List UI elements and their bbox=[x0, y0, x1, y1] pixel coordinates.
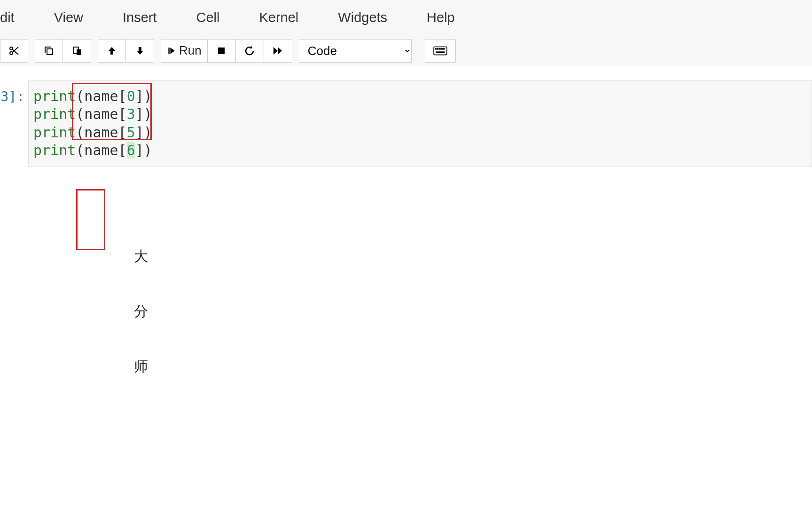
notebook-area: 3]: print(name[0]) print(name[3]) print(… bbox=[0, 66, 812, 508]
fast-forward-icon bbox=[272, 45, 283, 56]
move-up-button[interactable] bbox=[98, 39, 126, 63]
code-line-2: print(name[3]) bbox=[33, 105, 807, 123]
restart-button[interactable] bbox=[236, 39, 264, 63]
run-label: Run bbox=[179, 43, 202, 58]
menu-insert[interactable]: Insert bbox=[103, 10, 177, 25]
svg-rect-10 bbox=[441, 48, 442, 49]
paste-icon bbox=[71, 45, 83, 56]
svg-rect-2 bbox=[47, 49, 53, 55]
svg-point-1 bbox=[10, 52, 13, 55]
menu-view[interactable]: View bbox=[34, 10, 103, 25]
menu-help[interactable]: Help bbox=[407, 10, 475, 25]
menu-widgets[interactable]: Widgets bbox=[318, 10, 407, 25]
restart-icon bbox=[244, 45, 255, 56]
restart-run-all-button[interactable] bbox=[264, 39, 292, 63]
cut-button[interactable] bbox=[0, 39, 28, 63]
menu-bar: dit View Insert Cell Kernel Widgets Help bbox=[0, 0, 812, 35]
stop-icon bbox=[216, 45, 227, 56]
arrow-up-icon bbox=[106, 45, 117, 56]
toolbar: Run Code bbox=[0, 35, 812, 66]
play-step-icon bbox=[167, 46, 176, 56]
code-input[interactable]: print(name[0]) print(name[3]) print(name… bbox=[28, 80, 812, 167]
svg-rect-9 bbox=[439, 48, 440, 49]
svg-rect-5 bbox=[218, 48, 225, 54]
input-prompt: 3]: bbox=[0, 80, 28, 104]
scissors-icon bbox=[8, 45, 20, 56]
command-palette-button[interactable] bbox=[425, 39, 456, 63]
code-line-4: print(name[6]) bbox=[33, 142, 807, 159]
svg-rect-4 bbox=[77, 50, 81, 55]
menu-kernel[interactable]: Kernel bbox=[239, 10, 318, 25]
svg-point-0 bbox=[10, 47, 13, 50]
cell-type-select[interactable]: Code bbox=[299, 39, 412, 63]
code-line-3: print(name[5]) bbox=[33, 124, 807, 142]
arrow-down-icon bbox=[134, 45, 146, 56]
cell-output: 大 分 师 ----------------------------------… bbox=[45, 167, 812, 508]
copy-button[interactable] bbox=[35, 39, 63, 63]
menu-edit[interactable]: dit bbox=[0, 10, 34, 25]
svg-rect-11 bbox=[443, 48, 444, 49]
paste-button[interactable] bbox=[63, 39, 91, 63]
run-button[interactable]: Run bbox=[161, 39, 208, 63]
input-cell: 3]: print(name[0]) print(name[3]) print(… bbox=[0, 80, 812, 167]
code-line-1: print(name[0]) bbox=[33, 87, 807, 105]
interrupt-button[interactable] bbox=[208, 39, 236, 63]
keyboard-icon bbox=[433, 46, 447, 56]
svg-rect-12 bbox=[436, 52, 444, 53]
menu-cell[interactable]: Cell bbox=[177, 10, 240, 25]
svg-rect-7 bbox=[435, 48, 436, 49]
annotation-box-output bbox=[76, 189, 105, 250]
stdout-output: 大 分 师 bbox=[130, 208, 206, 414]
svg-rect-8 bbox=[437, 48, 438, 49]
copy-icon bbox=[43, 45, 55, 56]
traceback: ----------------------------------------… bbox=[45, 501, 812, 508]
move-down-button[interactable] bbox=[126, 39, 154, 63]
